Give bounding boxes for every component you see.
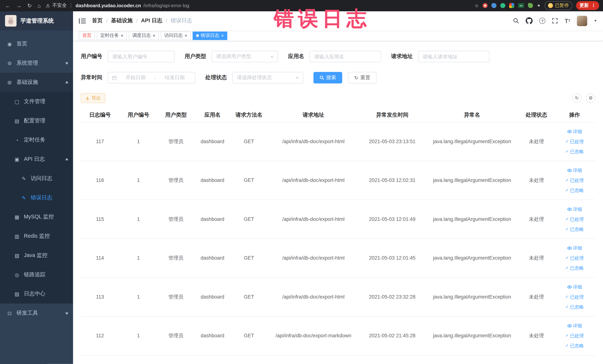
close-icon[interactable]: × [153,33,156,38]
app-name-input[interactable] [310,51,381,62]
ignored-link[interactable]: ✓已忽略 [565,263,584,273]
screenshot-root: ← → ↻ ⌂ ⚠ 不安全 dashboard.yudao.iocoder.cn… [0,0,603,364]
export-button[interactable]: 导出 [81,93,105,103]
extension-leaf-icon[interactable] [528,3,533,8]
navbar-actions: ? TT ▼ [513,16,597,26]
sidebar-item-redis-monitor[interactable]: ▥Redis 监控 [0,227,73,246]
sidebar-item-file-manage[interactable]: ▢文件管理 [0,92,73,111]
detail-link[interactable]: 详细 [567,165,582,175]
extension-icon-3[interactable] [500,3,505,8]
date-range-picker[interactable]: 开始日期 - 结束日期 [108,72,195,83]
paused-badge[interactable]: 已暂停 [545,1,572,10]
target-icon: ◎ [14,272,20,278]
user-type-select[interactable]: 请选择用户类型 ∨ [211,51,278,62]
tab-error-log[interactable]: 错误日志× [193,31,227,40]
extension-icon-2[interactable] [491,3,496,8]
extension-icon-1[interactable] [483,3,487,8]
cell-method: GET [231,122,267,161]
sidebar-item-infra[interactable]: ⊞基础设施∧ [0,73,73,92]
ignored-link[interactable]: ✓已忽略 [565,147,584,156]
detail-link[interactable]: 详细 [567,321,582,330]
address-bar[interactable]: ⚠ 不安全 dashboard.yudao.iocoder.cn/infra/l… [46,2,471,9]
tab-schedule-log[interactable]: 调度日志× [129,31,159,40]
browser-back-icon[interactable]: ← [5,3,10,8]
breadcrumb-home[interactable]: 首页 [92,17,103,24]
reset-button[interactable]: ↻ 重置 [348,72,376,83]
search-button[interactable]: 搜索 [313,72,342,83]
column-settings-button[interactable]: ⚙ [586,94,595,103]
fullscreen-icon[interactable] [552,18,558,24]
ignored-link[interactable]: ✓已忽略 [565,224,584,234]
processed-link[interactable]: ✓已处理 [565,176,584,185]
refresh-button[interactable]: ↻ [572,94,581,103]
sidebar: 芋道管理系统 ◉首页 ⚙系统管理∨ ⊞基础设施∧ ▢文件管理 ▤配置管理 ◔定时… [0,11,73,364]
extension-icon-4[interactable] [509,3,514,8]
font-size-icon[interactable]: TT [565,18,570,23]
sidebar-item-api-log[interactable]: ▣API 日志∧ [0,150,73,169]
browser-home-icon[interactable]: ⌂ [38,3,41,8]
eye-icon [567,207,572,211]
sidebar-item-access-log[interactable]: ✎访问日志 [0,169,73,188]
detail-link[interactable]: 详细 [567,205,582,214]
ignored-link[interactable]: ✓已忽略 [565,341,584,350]
tab-access-log[interactable]: 访问日志× [161,31,191,40]
sidebar-item-home[interactable]: ◉首页 [0,34,73,54]
cell-actions: 详细 ✓已处理 ✓已忽略 [554,238,595,277]
close-icon[interactable]: × [185,33,187,38]
process-status-select[interactable]: 请选择处理状态 ∨ [232,72,303,83]
filter-row-1: 用户编号 用户类型 请选择用户类型 ∨ 应用名 [81,51,595,62]
breadcrumb-api-log[interactable]: API 日志 [141,17,162,24]
col-request-url: 请求地址 [267,108,359,122]
user-id-input[interactable] [108,51,175,62]
cell-app-name: dashboard [194,238,231,277]
processed-link[interactable]: ✓已处理 [565,253,584,263]
detail-link[interactable]: 详细 [567,243,582,253]
caret-down-icon[interactable]: ▼ [594,19,597,23]
cell-method: GET [231,161,267,200]
sidebar-item-scheduled-jobs[interactable]: ◔定时任务 [0,130,73,150]
help-icon[interactable]: ? [539,18,545,24]
close-icon[interactable]: × [121,33,123,38]
detail-link[interactable]: 详细 [567,282,582,292]
sidebar-item-java-monitor[interactable]: ▧Java 监控 [0,246,73,265]
search-icon[interactable] [513,18,519,24]
cell-request-url: /api/infra/db-doc/export-markdown [267,316,359,355]
request-url-input[interactable] [418,51,489,62]
sidebar-item-error-log[interactable]: ✎错误日志 [0,188,73,207]
cell-user-id: 1 [119,200,158,239]
check-icon: ✓ [565,217,569,221]
app-logo[interactable]: 芋道管理系统 [0,11,73,30]
browser-forward-icon[interactable]: → [16,3,22,8]
sidebar-item-trace[interactable]: ◎链路追踪 [0,265,73,284]
processed-link[interactable]: ✓已处理 [565,137,584,146]
close-icon[interactable]: × [221,33,224,38]
dashboard-icon: ◉ [7,41,13,47]
extension-on-icon[interactable]: on [518,3,524,8]
ignored-link[interactable]: ✓已忽略 [565,302,584,312]
sidebar-toggle[interactable] [79,18,86,23]
processed-link[interactable]: ✓已处理 [565,292,584,302]
update-button[interactable]: 更新 ⋮ [576,1,599,10]
cell-exception-name: java.lang.IllegalArgumentException [425,122,519,161]
sidebar-item-dev-tools[interactable]: ⊡研发工具∨ [0,304,73,323]
breadcrumb-infra[interactable]: 基础设施 [111,17,133,24]
sidebar-item-mysql-monitor[interactable]: ▦MySQL 监控 [0,207,73,227]
processed-link[interactable]: ✓已处理 [565,214,584,224]
browser-menu-icon[interactable]: ⋮ [591,3,596,8]
github-icon[interactable] [526,17,533,24]
chevron-up-icon: ∧ [65,157,69,161]
chevron-down-icon: ∨ [295,76,300,80]
sidebar-item-config-manage[interactable]: ▤配置管理 [0,111,73,130]
sidebar-item-system[interactable]: ⚙系统管理∨ [0,53,73,73]
processed-link[interactable]: ✓已处理 [565,331,584,340]
filter-label: 异常时间 [81,74,102,81]
extension-pin-icon[interactable]: ✦ [537,3,541,8]
tab-home[interactable]: 首页 [79,31,95,40]
user-avatar[interactable] [577,16,587,26]
sidebar-item-log-center[interactable]: ▨日志中心 [0,284,73,304]
detail-link[interactable]: 详细 [567,127,582,136]
bookmark-star-icon[interactable]: ☆ [475,3,479,8]
ignored-link[interactable]: ✓已忽略 [565,186,584,195]
tab-scheduled-jobs[interactable]: 定时任务× [97,31,127,40]
browser-reload-icon[interactable]: ↻ [27,3,32,8]
